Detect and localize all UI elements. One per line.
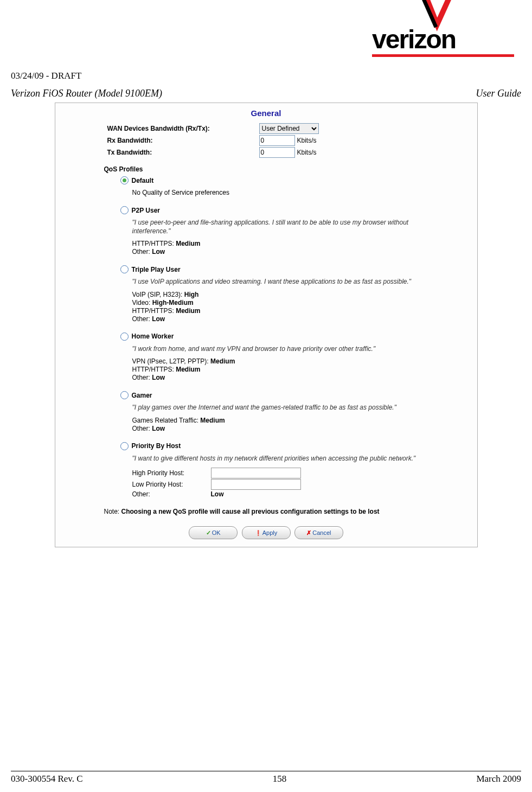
- doc-type: User Guide: [476, 88, 522, 99]
- high-priority-host-input[interactable]: [211, 468, 301, 478]
- high-priority-host-label: High Priority Host:: [132, 469, 211, 477]
- qos-profiles-header: QoS Profiles: [104, 165, 473, 173]
- profile-p2p-desc: "I use peer-to-peer and file-sharing app…: [132, 219, 436, 235]
- profile-triple-desc: "I use VoIP applications and video strea…: [132, 278, 436, 286]
- profile-p2p-name: P2P User: [132, 207, 160, 214]
- wan-bandwidth-select[interactable]: User Defined: [259, 123, 319, 134]
- radio-triple[interactable]: [120, 265, 129, 273]
- cancel-button[interactable]: ✗Cancel: [294, 526, 343, 539]
- profile-gamer-desc: "I play games over the Internet and want…: [132, 404, 436, 412]
- profile-triple-name: Triple Play User: [132, 266, 181, 273]
- other-label: Other:: [132, 490, 211, 498]
- panel-title: General: [60, 108, 473, 118]
- profile-default-desc: No Quality of Service preferences: [132, 189, 473, 196]
- profile-triple-play: Triple Play User "I use VoIP application…: [120, 265, 473, 323]
- profile-priority-host: Priority By Host "I want to give differe…: [120, 442, 473, 498]
- footer-date: March 2009: [476, 774, 521, 784]
- ok-button[interactable]: ✓OK: [189, 526, 238, 539]
- footer-doc-number: 030-300554 Rev. C: [11, 774, 83, 784]
- x-icon: ✗: [306, 529, 311, 536]
- profile-home-name: Home Worker: [132, 333, 174, 340]
- tx-bandwidth-input[interactable]: [259, 147, 295, 158]
- profile-gamer: Gamer "I play games over the Internet an…: [120, 391, 473, 432]
- rx-bandwidth-label: Rx Bandwidth:: [107, 137, 259, 144]
- pin-icon: ❗: [255, 530, 261, 536]
- profile-priority-name: Priority By Host: [132, 442, 181, 450]
- radio-p2p[interactable]: [120, 206, 129, 214]
- tx-bandwidth-label: Tx Bandwidth:: [107, 149, 259, 156]
- other-value: Low: [211, 490, 224, 498]
- qos-note: Note: Choosing a new QoS profile will ca…: [104, 508, 473, 515]
- verizon-logo: verizon: [372, 0, 518, 54]
- radio-default[interactable]: [120, 176, 129, 184]
- footer-page-number: 158: [273, 774, 287, 784]
- radio-priority[interactable]: [120, 442, 129, 450]
- rx-units: Kbits/s: [297, 137, 317, 144]
- profile-gamer-name: Gamer: [132, 392, 152, 399]
- profile-home-worker: Home Worker "I work from home, and want …: [120, 333, 473, 382]
- profile-default-name: Default: [132, 177, 154, 184]
- low-priority-host-input[interactable]: [211, 479, 301, 490]
- product-title: Verizon FiOS Router (Model 9100EM): [11, 88, 162, 99]
- low-priority-host-label: Low Priority Host:: [132, 481, 211, 488]
- draft-date: 03/24/09 - DRAFT: [11, 71, 521, 81]
- apply-button[interactable]: ❗Apply: [242, 526, 291, 539]
- wan-bandwidth-label: WAN Devices Bandwidth (Rx/Tx):: [107, 125, 259, 132]
- rx-bandwidth-input[interactable]: [259, 135, 295, 146]
- logo-wordmark: verizon: [372, 24, 456, 54]
- tx-units: Kbits/s: [297, 149, 317, 156]
- profile-home-desc: "I work from home, and want my VPN and b…: [132, 345, 436, 354]
- profile-priority-desc: "I want to give different hosts in my ne…: [132, 455, 436, 463]
- radio-gamer[interactable]: [120, 391, 129, 399]
- check-icon: ✓: [206, 529, 211, 536]
- profile-p2p: P2P User "I use peer-to-peer and file-sh…: [120, 206, 473, 256]
- profile-default: Default No Quality of Service preference…: [120, 176, 473, 196]
- general-panel: General WAN Devices Bandwidth (Rx/Tx): U…: [55, 103, 478, 547]
- radio-home[interactable]: [120, 333, 129, 341]
